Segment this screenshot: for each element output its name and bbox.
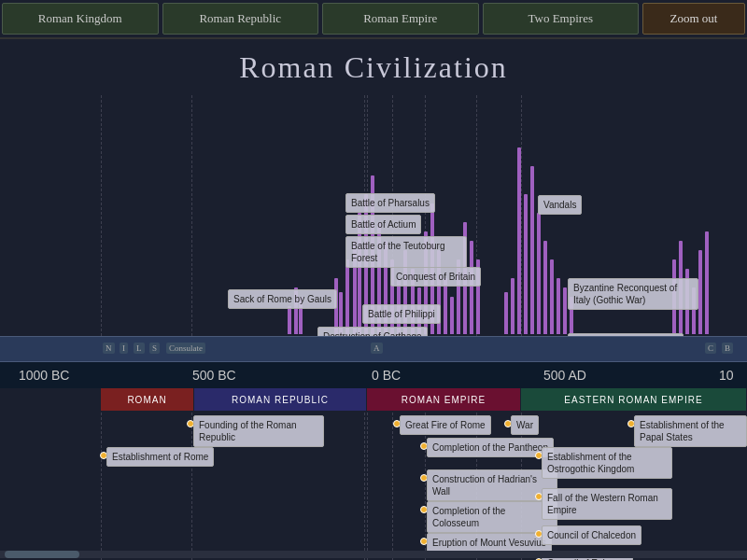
event-battle-pharsalus: Battle of Pharsalus xyxy=(345,193,435,213)
era-empire: Roman Empire xyxy=(367,388,521,411)
nav-two-empires[interactable]: Two Empires xyxy=(483,3,640,35)
nav-roman-kingdom[interactable]: Roman Kingdom xyxy=(2,3,159,35)
battle-bar-0 xyxy=(288,306,291,334)
nav-roman-republic[interactable]: Roman Republic xyxy=(162,3,319,35)
battle-bar-20 xyxy=(444,278,447,334)
tl-label-consulate: Consulate xyxy=(166,343,205,354)
battle-bar-35 xyxy=(563,287,567,334)
battle-bar-33 xyxy=(550,259,554,334)
battle-bar-41 xyxy=(698,250,702,334)
lower-events-area: Founding of the Roman Republic Establish… xyxy=(0,411,747,560)
battle-bar-27 xyxy=(511,278,514,334)
battle-bar-24 xyxy=(470,241,473,334)
event-founding-republic: Founding of the Roman Republic xyxy=(193,415,324,447)
event-byzantine-reconquest: Byzantine Reconquest of Italy (Gothic Wa… xyxy=(568,278,698,310)
tl-label-s: S xyxy=(149,343,160,354)
event-establishment-rome: Establishment of Rome xyxy=(106,447,214,467)
battle-bar-21 xyxy=(450,297,454,334)
tl-label-b: B xyxy=(722,343,733,354)
event-vesuvius: Eruption of Mount Vesuvius xyxy=(427,533,552,553)
nav-roman-empire[interactable]: Roman Empire xyxy=(322,3,479,35)
event-war: War xyxy=(511,415,539,435)
era-bar: Roman Roman Republic Roman Empire Easter… xyxy=(0,388,747,411)
battle-bar-34 xyxy=(557,278,560,334)
event-fall-western: Fall of the Western Roman Empire xyxy=(542,488,672,520)
upper-events-area: Battle of Pharsalus Battle of Actium Bat… xyxy=(0,95,747,336)
battle-bar-30 xyxy=(530,166,534,334)
event-papal-states: Establishment of the Papal States xyxy=(634,415,747,447)
event-teutoburg: Battle of the Teutoburg Forest xyxy=(345,236,467,268)
battle-bar-5 xyxy=(345,259,349,334)
battle-bar-42 xyxy=(705,231,709,334)
era-roman: Roman xyxy=(101,388,194,411)
timeline-bar: N I L S Consulate A C B xyxy=(0,336,747,362)
event-vandals: Vandals xyxy=(538,195,582,215)
battle-bar-26 xyxy=(504,292,508,334)
page-title: Roman Civilization xyxy=(0,39,747,91)
battle-bar-32 xyxy=(543,241,547,334)
timeline-area: Battle of Pharsalus Battle of Actium Bat… xyxy=(0,95,747,560)
date-500ad: 500 AD xyxy=(543,368,586,383)
date-1000bc: 1000 BC xyxy=(19,368,69,383)
battle-bar-28 xyxy=(517,147,521,334)
scrollbar-thumb[interactable] xyxy=(5,551,79,558)
event-chalcedon: Council of Chalcedon xyxy=(542,525,641,545)
battle-bar-29 xyxy=(524,194,528,334)
date-500bc: 500 BC xyxy=(192,368,236,383)
event-great-fire: Great Fire of Rome xyxy=(400,415,491,435)
tl-label-a: A xyxy=(371,343,383,354)
horizontal-scrollbar[interactable] xyxy=(0,551,747,558)
event-battle-actium: Battle of Actium xyxy=(345,215,421,234)
event-philippi: Battle of Philippi xyxy=(362,304,441,324)
top-navigation: Roman Kingdom Roman Republic Roman Empir… xyxy=(0,0,747,39)
date-0bc: 0 BC xyxy=(372,368,401,383)
tl-label-c: C xyxy=(705,343,716,354)
event-colosseum: Completion of the Colosseum xyxy=(427,501,557,533)
event-conquest-britain: Conquest of Britain xyxy=(390,267,481,287)
era-republic: Roman Republic xyxy=(194,388,367,411)
event-sack-rome: Sack of Rome by Gauls xyxy=(228,289,337,309)
tl-label-i: I xyxy=(120,343,128,354)
tl-label-n: N xyxy=(103,343,115,354)
battle-bar-31 xyxy=(537,213,541,334)
event-ostrogothic: Establishment of the Ostrogothic Kingdom xyxy=(542,447,672,479)
date-axis: 1000 BC 500 BC 0 BC 500 AD 10 xyxy=(0,362,747,388)
main-area: Roman Civilization Battle of Pharsalus B… xyxy=(0,39,747,560)
era-eastern: Eastern Roman Empire xyxy=(521,388,747,411)
date-10: 10 xyxy=(719,368,734,383)
tl-label-l: L xyxy=(134,343,145,354)
zoom-out-button[interactable]: Zoom out xyxy=(642,3,745,35)
